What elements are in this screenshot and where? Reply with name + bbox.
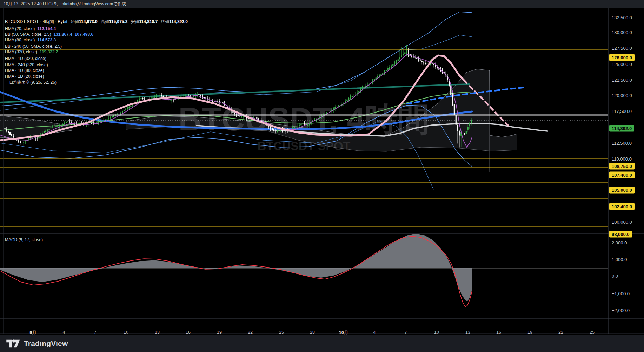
price-axis-tick: 110,000.0	[612, 156, 632, 162]
legend-row-hma-1d-80[interactable]: HMA · 1D (80, close)	[5, 68, 44, 73]
legend-row-macd[interactable]: MACD (9, 17, close)	[5, 237, 43, 242]
hma-1d-320-line	[0, 84, 469, 102]
time-axis-label[interactable]: 19	[217, 330, 222, 335]
time-axis-label[interactable]: 22	[558, 330, 563, 335]
time-axis-label[interactable]: 28	[310, 330, 315, 335]
indicator-value: 131,867.4	[53, 32, 72, 37]
price-axis-tick: 2,000.0	[612, 240, 627, 245]
time-axis-label[interactable]: 10	[434, 330, 439, 335]
price-level-badge: 105,000.0	[609, 187, 635, 194]
ohlc-value: 114,892.0	[169, 19, 188, 24]
time-axis-label[interactable]: 16	[496, 330, 501, 335]
price-axis-tick: −2,000.0	[612, 308, 630, 313]
attribution-text: 10月 13, 2025 12:40 UTC+9、takatabaがTradin…	[4, 1, 126, 6]
macd-label: MACD (9, 17, close)	[5, 237, 43, 242]
indicator-value: 112,154.4	[37, 26, 56, 31]
time-axis-label[interactable]: 7	[94, 330, 97, 335]
time-axis-label[interactable]: 25	[279, 330, 284, 335]
time-axis-label[interactable]: 4	[63, 330, 65, 335]
price-axis-tick: 125,000.0	[612, 62, 632, 67]
indicator-label: HMA · 1D (320, close)	[5, 56, 46, 61]
macd-histogram-area	[0, 233, 472, 302]
ohlc-value: 114,810.7	[139, 19, 158, 24]
indicator-label: BB · 240 (50, SMA, close, 2.5)	[5, 44, 62, 49]
indicator-label: HMA · 1D (80, close)	[5, 68, 44, 73]
chart-canvas[interactable]: BTCUSDT, 4時間BTCUSDT SPOT	[0, 8, 644, 335]
snapshot-attribution-bar: 10月 13, 2025 12:40 UTC+9、takatabaがTradin…	[0, 0, 644, 8]
time-axis-label[interactable]: 13	[155, 330, 160, 335]
legend-row-hma-240-320[interactable]: HMA · 240 (320, close)	[5, 62, 48, 67]
price-axis-tick: 132,500.0	[612, 15, 632, 20]
price-pane[interactable]: BTCUSDT, 4時間BTCUSDT SPOT	[0, 12, 547, 189]
price-level-badge: 98,000.0	[609, 231, 632, 238]
ohlc-label: 終値114,892.0	[161, 19, 188, 24]
price-axis-tick: 122,500.0	[612, 77, 632, 83]
indicator-label: HMA (80, close)	[5, 38, 35, 42]
brand-wordmark[interactable]: TradingView	[24, 339, 68, 348]
symbol-title: BTCUSDT SPOT · 4時間 · Bybit	[5, 19, 67, 24]
price-axis-tick: −1,000.0	[612, 291, 630, 296]
time-axis-label[interactable]: 7	[405, 330, 407, 335]
price-axis-tick: 120,000.0	[612, 93, 632, 98]
legend-row-ichimoku[interactable]: 一目均衡表® (9, 26, 52, 26)	[5, 80, 57, 85]
bb50-upper-band	[0, 12, 472, 106]
indicator-value: 119,332.2	[40, 49, 58, 54]
ohlc-label: 始値114,973.9	[71, 19, 98, 24]
indicator-label: HMA · 1D (20, close)	[5, 74, 44, 79]
ohlc-label: 高値115,975.2	[101, 19, 128, 24]
price-axis-tick: 127,500.0	[612, 46, 632, 51]
price-level-badge: 108,750.0	[609, 163, 635, 170]
price-axis-tick: 100,000.0	[612, 219, 632, 225]
indicator-label: HMA (320, close)	[5, 49, 37, 54]
macd-pane[interactable]	[0, 233, 608, 307]
legend-row-hma-80[interactable]: HMA (80, close)114,573.3	[5, 38, 56, 42]
price-axis-tick: 130,000.0	[612, 30, 632, 35]
time-axis-label[interactable]: 13	[465, 330, 470, 335]
indicator-label: HMA · 240 (320, close)	[5, 62, 48, 67]
legend-row-bb-240[interactable]: BB · 240 (50, SMA, close, 2.5)	[5, 44, 62, 49]
tradingview-snapshot: 10月 13, 2025 12:40 UTC+9、takatabaがTradin…	[0, 0, 644, 352]
tradingview-logo-icon[interactable]	[6, 338, 20, 349]
price-axis-tick: 1,000.0	[612, 257, 627, 262]
bottom-brand-bar: TradingView	[0, 335, 644, 352]
time-axis-label[interactable]: 22	[248, 330, 253, 335]
ohlc-value: 115,975.2	[109, 19, 128, 24]
legend-row-hma-1d-20[interactable]: HMA · 1D (20, close)	[5, 74, 44, 79]
time-axis-label[interactable]: 16	[186, 330, 191, 335]
time-axis-label[interactable]: 4	[373, 330, 376, 335]
legend-row-bb-50[interactable]: BB (50, SMA, close, 2.5)131,867.4107,493…	[5, 32, 93, 37]
time-axis-label[interactable]: 19	[527, 330, 532, 335]
time-axis-label[interactable]: 25	[590, 330, 595, 335]
legend-row-symbol[interactable]: BTCUSDT SPOT · 4時間 · Bybit始値114,973.9高値1…	[5, 19, 188, 24]
indicator-label: 一目均衡表® (9, 26, 52, 26)	[5, 80, 57, 85]
indicator-value: 107,493.6	[75, 32, 93, 37]
legend-row-hma-320[interactable]: HMA (320, close)119,332.2	[5, 49, 58, 54]
legend-row-hma-20[interactable]: HMA (20, close)112,154.4	[5, 26, 56, 31]
price-axis-tick: 0.0	[612, 273, 618, 279]
price-level-badge: 102,400.0	[609, 203, 635, 210]
indicator-label: BB (50, SMA, close, 2.5)	[5, 32, 51, 37]
time-axis-label[interactable]: 10	[124, 330, 128, 335]
ohlc-label: 安値114,810.7	[131, 19, 158, 24]
price-axis-tick: 112,500.0	[612, 141, 632, 146]
ohlc-value: 114,973.9	[79, 19, 98, 24]
indicator-value: 114,573.3	[37, 38, 56, 42]
price-level-badge: 126,000.0	[609, 54, 635, 61]
indicator-label: HMA (20, close)	[5, 26, 35, 31]
legend-row-hma-1d-320[interactable]: HMA · 1D (320, close)	[5, 56, 46, 61]
price-level-badge: 107,400.0	[609, 172, 635, 178]
price-level-badge: 114,892.0	[609, 125, 634, 132]
price-axis-tick: 117,500.0	[612, 109, 632, 114]
